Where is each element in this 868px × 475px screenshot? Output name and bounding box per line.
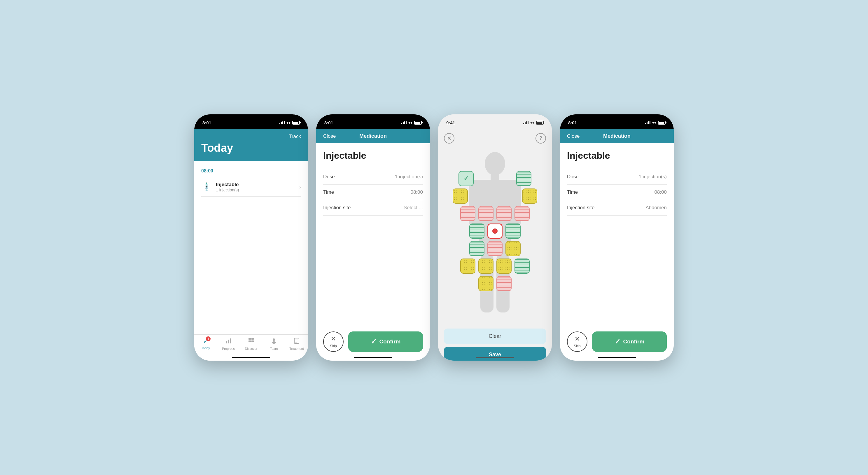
site-cell[interactable] — [505, 241, 521, 256]
dose-value-2: 1 injection(s) — [395, 174, 423, 180]
site-cell[interactable] — [460, 259, 475, 274]
phone-body-map: 9:41 ▾▾ ✕ ? — [438, 114, 552, 361]
svg-rect-1 — [228, 339, 229, 344]
site-cell[interactable] — [469, 241, 485, 256]
site-cell[interactable] — [469, 224, 485, 239]
treatment-icon — [293, 337, 300, 346]
battery-icon-2 — [414, 121, 422, 125]
injection-label-4: Injection site — [567, 205, 595, 211]
close-circle-button[interactable]: ✕ — [444, 133, 455, 144]
med-title-2: Injectable — [323, 150, 423, 161]
injection-row-4[interactable]: Injection site Abdomen — [567, 200, 667, 216]
close-button-4[interactable]: Close — [567, 133, 580, 139]
body-map-nav: ✕ ? — [438, 129, 552, 148]
skip-button-2[interactable]: ✕ Skip — [323, 331, 344, 352]
battery-icon-4 — [658, 121, 665, 125]
save-button[interactable]: Save — [444, 347, 546, 361]
tab-treatment[interactable]: Treatment — [285, 337, 308, 350]
skip-button-4[interactable]: ✕ Skip — [567, 331, 587, 352]
site-cell[interactable] — [496, 276, 512, 291]
close-button-2[interactable]: Close — [323, 133, 336, 139]
bottom-actions-2: ✕ Skip ✓ Confirm — [316, 331, 430, 352]
nav-bar-4: Close Medication — [560, 129, 674, 143]
dose-label-2: Dose — [323, 174, 335, 180]
grid-row-4 — [453, 224, 537, 239]
confirm-button-2[interactable]: ✓ Confirm — [348, 331, 423, 352]
svg-point-7 — [273, 338, 275, 341]
track-button[interactable]: Track — [201, 133, 301, 140]
svg-rect-10 — [295, 339, 298, 340]
site-cell[interactable] — [515, 206, 530, 221]
confirm-button-4[interactable]: ✓ Confirm — [592, 331, 667, 352]
battery-icon — [292, 121, 300, 125]
help-button[interactable]: ? — [535, 133, 546, 144]
site-cell[interactable] — [505, 224, 521, 239]
screens-container: 8:01 ▾▾ Track Today 08:00 💉 — [183, 103, 685, 372]
site-cell[interactable] — [516, 171, 531, 186]
dose-value-4: 1 injection(s) — [639, 174, 667, 180]
site-cell[interactable] — [487, 241, 502, 256]
site-cell[interactable] — [522, 188, 537, 204]
check-icon-4: ✓ — [615, 337, 620, 346]
grid-row-6 — [453, 259, 537, 274]
svg-rect-2 — [230, 338, 231, 344]
tab-team[interactable]: Team — [262, 337, 285, 350]
confirm-label-2: Confirm — [379, 338, 401, 345]
today-header: Track Today — [194, 129, 308, 161]
site-cell[interactable] — [453, 188, 468, 204]
time-value-2: 08:00 — [410, 189, 423, 195]
home-indicator — [232, 357, 270, 358]
tab-today-label: Today — [201, 346, 210, 350]
tab-progress[interactable]: Progress — [217, 337, 240, 350]
site-cell[interactable] — [478, 259, 494, 274]
phone-medication-abdomen: 8:01 ▾▾ Close Medication Injectable Dose… — [560, 114, 674, 361]
time-value-4: 08:00 — [654, 189, 667, 195]
x-icon-4: ✕ — [575, 335, 580, 343]
skip-label-2: Skip — [330, 344, 337, 348]
tab-today[interactable]: ✓ 1 Today — [194, 337, 217, 350]
time-1: 8:01 — [203, 120, 211, 125]
home-indicator-3 — [476, 357, 514, 358]
status-icons-1: ▾▾ — [279, 120, 300, 125]
wifi-icon-2: ▾▾ — [408, 120, 412, 125]
time-row-4: Time 08:00 — [567, 185, 667, 200]
site-cell[interactable] — [496, 259, 512, 274]
tab-team-label: Team — [270, 347, 278, 350]
tab-discover[interactable]: Discover — [240, 337, 262, 350]
time-label-2: Time — [323, 189, 334, 195]
site-cell[interactable] — [478, 206, 494, 221]
wifi-icon-4: ▾▾ — [652, 120, 656, 125]
time-4: 8:01 — [568, 120, 577, 125]
signal-icon-2 — [401, 121, 407, 124]
clear-button[interactable]: Clear — [444, 329, 546, 344]
signal-icon-3 — [523, 121, 528, 124]
injection-value-2: Select ... — [404, 205, 423, 211]
phone-medication-select: 8:01 ▾▾ Close Medication Injectable Dose… — [316, 114, 430, 361]
skip-label-4: Skip — [574, 344, 581, 348]
med-detail-4: Injectable Dose 1 injection(s) Time 08:0… — [560, 143, 674, 222]
med-name: Injectable — [216, 182, 239, 188]
site-cell[interactable] — [515, 259, 530, 274]
site-cell[interactable] — [496, 206, 512, 221]
svg-rect-4 — [248, 340, 251, 342]
wifi-icon-3: ▾▾ — [530, 120, 534, 125]
svg-rect-12 — [295, 342, 297, 343]
site-cell[interactable]: ✓ — [459, 171, 474, 186]
site-cell[interactable] — [478, 276, 494, 291]
site-cell[interactable] — [460, 206, 475, 221]
signal-icon-4 — [645, 121, 650, 124]
nav-bar-2: Close Medication — [316, 129, 430, 143]
today-icon: ✓ 1 — [203, 337, 208, 345]
status-bar-2: 8:01 ▾▾ — [316, 114, 430, 129]
time-label-4: Time — [567, 189, 578, 195]
grid-row-3 — [453, 206, 537, 221]
status-icons-2: ▾▾ — [401, 120, 422, 125]
dose-row-2: Dose 1 injection(s) — [323, 169, 423, 185]
grid-row-7 — [453, 276, 537, 291]
dose-row-4: Dose 1 injection(s) — [567, 169, 667, 185]
site-cell-selected[interactable] — [487, 224, 502, 239]
wifi-icon: ▾▾ — [286, 120, 290, 125]
medication-row[interactable]: 💉 Injectable 1 injection(s) › — [201, 178, 301, 197]
svg-rect-0 — [226, 341, 227, 344]
injection-row-2[interactable]: Injection site Select ... — [323, 200, 423, 216]
